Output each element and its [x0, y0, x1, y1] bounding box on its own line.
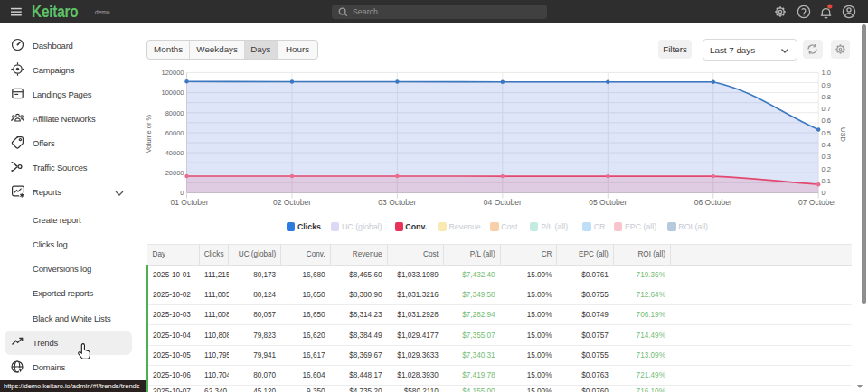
svg-text:0.4: 0.4 [822, 141, 831, 149]
svg-text:0: 0 [180, 189, 184, 197]
svg-text:0.8: 0.8 [822, 93, 831, 101]
svg-text:1.0: 1.0 [822, 69, 831, 77]
svg-text:20000: 20000 [165, 169, 184, 177]
svg-text:0.6: 0.6 [822, 117, 831, 125]
svg-text:0.5: 0.5 [822, 129, 831, 137]
svg-text:60000: 60000 [165, 129, 184, 137]
svg-text:01 October: 01 October [170, 198, 208, 207]
svg-text:0.1: 0.1 [822, 177, 831, 185]
svg-text:USD: USD [839, 127, 847, 142]
svg-text:03 October: 03 October [378, 198, 416, 207]
svg-text:100000: 100000 [161, 89, 184, 97]
svg-text:06 October: 06 October [694, 198, 732, 207]
svg-text:0.3: 0.3 [822, 153, 831, 161]
svg-text:0.2: 0.2 [822, 165, 831, 173]
svg-text:120000: 120000 [161, 69, 184, 77]
svg-text:40000: 40000 [165, 149, 184, 157]
svg-text:02 October: 02 October [273, 198, 311, 207]
svg-text:0.9: 0.9 [822, 81, 831, 89]
svg-text:05 October: 05 October [589, 198, 627, 207]
svg-text:Volume or %: Volume or % [145, 114, 153, 153]
svg-text:0.7: 0.7 [822, 105, 831, 113]
svg-text:80000: 80000 [165, 109, 184, 117]
svg-text:04 October: 04 October [484, 198, 522, 207]
svg-text:07 October: 07 October [798, 198, 836, 207]
svg-text:0: 0 [822, 189, 826, 197]
